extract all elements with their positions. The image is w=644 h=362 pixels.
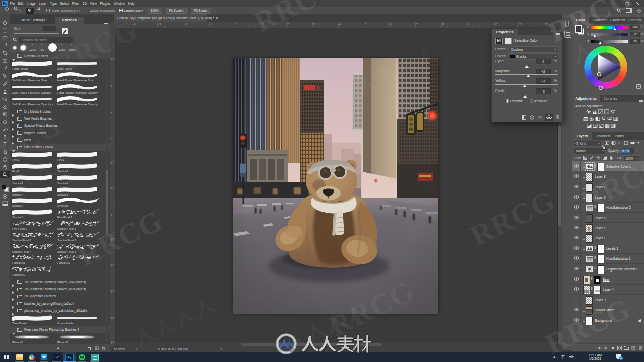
svg-text:T: T <box>3 142 6 147</box>
